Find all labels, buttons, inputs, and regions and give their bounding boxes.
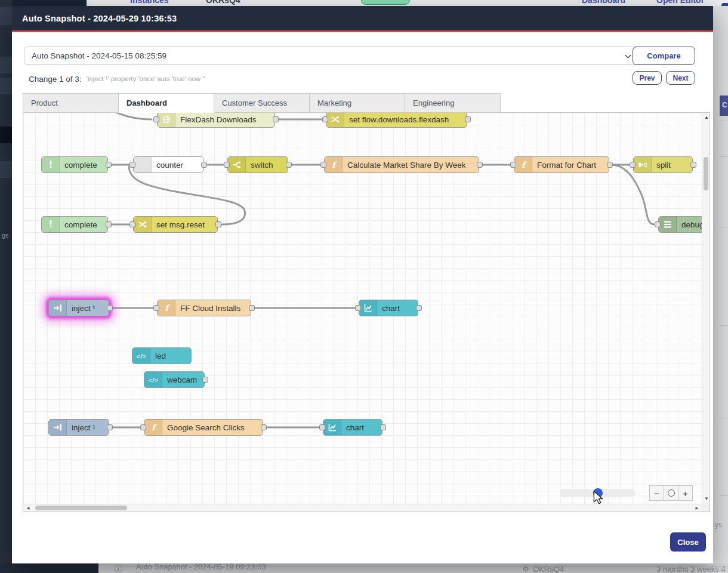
sidebar-item[interactable] [0, 7, 12, 25]
tab-dashboard[interactable]: Dashboard [118, 93, 214, 113]
svg-text:f: f [151, 423, 157, 432]
row-project-name: OKRsQ4 [533, 565, 564, 573]
flow-node-chart1[interactable]: chart [359, 300, 418, 316]
dashboard-button[interactable]: Dashboard [582, 0, 625, 5]
flow-node-label: webcam [162, 372, 204, 387]
flow-node-label: Google Search Clicks [162, 420, 263, 435]
node-input-port[interactable] [153, 116, 159, 122]
sidebar-item-selected[interactable] [0, 127, 12, 143]
nav-logo-area [0, 0, 87, 6]
tab-marketing[interactable]: Marketing [309, 93, 405, 113]
flow-node-complete2[interactable]: !complete [41, 216, 108, 233]
node-input-port[interactable] [129, 221, 135, 227]
flow-node-label: FlexDash Downloads [175, 112, 274, 127]
flow-node-webcam[interactable]: </>webcam [144, 371, 205, 388]
node-input-port[interactable] [510, 162, 516, 168]
scroll-left-icon[interactable]: ◄ [26, 506, 30, 511]
node-output-port[interactable] [477, 162, 483, 168]
node-output-port[interactable] [107, 424, 113, 430]
svg-text:f: f [164, 303, 170, 313]
node-input-port[interactable] [319, 424, 325, 430]
prev-button[interactable]: Prev [633, 71, 662, 85]
vertical-scrollbar-thumb[interactable] [704, 157, 708, 190]
node-input-port[interactable] [322, 116, 328, 122]
open-editor-button[interactable]: Open Editor [656, 0, 704, 5]
node-input-port[interactable] [320, 162, 326, 168]
flow-node-label: complete [60, 217, 107, 232]
sidebar-item[interactable] [0, 161, 12, 178]
node-input-port[interactable] [655, 221, 661, 227]
sidebar-item[interactable] [0, 57, 12, 73]
node-output-port[interactable] [416, 305, 422, 311]
node-output-port[interactable] [465, 116, 471, 122]
flow-node-split[interactable]: split [633, 156, 693, 173]
flow-node-chart2[interactable]: chart [323, 419, 382, 436]
function-icon: f [144, 420, 162, 435]
node-output-port[interactable] [286, 162, 292, 168]
flow-node-inject2[interactable]: inject ¹ [48, 419, 109, 436]
sidebar-item[interactable] [0, 78, 12, 94]
chart-icon [359, 300, 377, 316]
function-icon: f [514, 157, 532, 172]
compare-button[interactable]: Compare [633, 47, 695, 65]
tab-product[interactable]: Product [23, 93, 119, 113]
node-input-port[interactable] [224, 162, 230, 168]
flow-node-label: set flow.downloads.flexdash [344, 112, 467, 127]
svg-text:!: ! [48, 160, 53, 170]
inject-icon [49, 420, 67, 435]
node-output-port[interactable] [261, 424, 267, 430]
flow-node-calc[interactable]: fCalculate Market Share By Week [324, 156, 479, 173]
svg-text:</>: </> [149, 377, 158, 383]
zoom-in-button[interactable]: + [678, 485, 693, 501]
canvas-vertical-scrollbar[interactable]: ▲ ▼ [702, 113, 710, 504]
node-output-port[interactable] [106, 162, 112, 168]
node-output-port[interactable] [380, 424, 386, 430]
flow-node-counter[interactable]: counter [133, 156, 203, 173]
node-input-port[interactable] [630, 162, 636, 168]
scroll-up-icon[interactable]: ▲ [704, 115, 709, 120]
node-output-port[interactable] [202, 377, 208, 383]
zoom-reset-button[interactable] [664, 485, 678, 501]
flow-node-inject1[interactable]: inject ¹ [48, 300, 109, 316]
breadcrumb[interactable]: Instances [130, 0, 169, 5]
flow-canvas[interactable]: FlexDash Downloadsset flow.downloads.fle… [23, 112, 710, 512]
next-button[interactable]: Next [666, 71, 695, 85]
snapshot-compare-dialog: Auto Snapshot - 2024-05-29 10:36:53 Auto… [12, 6, 713, 563]
flow-node-setmsg[interactable]: set msg.reset [133, 216, 218, 233]
flow-node-flexdash[interactable]: FlexDash Downloads [157, 112, 275, 128]
tab-engineering[interactable]: Engineering [405, 93, 501, 113]
page-title: OKRsQ4 [206, 0, 240, 5]
flow-node-google[interactable]: fGoogle Search Clicks [144, 419, 263, 436]
node-input-port[interactable] [355, 305, 361, 311]
flow-node-switch[interactable]: switch [227, 156, 288, 173]
node-output-port[interactable] [106, 221, 112, 227]
snapshot-select[interactable]: Auto Snapshot - 2024-05-15 08:25:59 [24, 47, 640, 65]
node-output-port[interactable] [273, 116, 279, 122]
flow-node-setflow[interactable]: set flow.downloads.flexdash [326, 112, 467, 128]
dialog-title: Auto Snapshot - 2024-05-29 10:36:53 [22, 14, 177, 23]
node-output-port[interactable] [690, 162, 696, 168]
horizontal-scrollbar-thumb[interactable] [35, 506, 127, 510]
scroll-down-icon[interactable]: ▼ [704, 497, 709, 501]
node-output-port[interactable] [215, 221, 221, 227]
node-input-port[interactable] [129, 162, 135, 168]
flow-node-label: FF Cloud Installs [175, 300, 251, 316]
node-output-port[interactable] [249, 305, 255, 311]
zoom-out-button[interactable]: − [649, 485, 664, 501]
node-output-port[interactable] [607, 162, 613, 168]
node-output-port[interactable] [201, 162, 207, 168]
flow-node-format[interactable]: fFormat for Chart [514, 156, 609, 173]
node-input-port[interactable] [140, 424, 146, 430]
chart-icon [323, 420, 341, 435]
flow-node-led[interactable]: </>led [132, 347, 192, 364]
tab-customer-success[interactable]: Customer Success [214, 93, 310, 113]
row-age: 3 months 3 weeks 4 d [656, 565, 728, 573]
flow-node-complete1[interactable]: !complete [41, 156, 108, 173]
node-output-port[interactable] [107, 305, 113, 311]
node-input-port[interactable] [153, 305, 159, 311]
flow-node-label: counter [152, 157, 203, 172]
scroll-right-icon[interactable]: ► [695, 506, 699, 511]
close-button[interactable]: Close [670, 532, 706, 552]
flow-node-ffcloud[interactable]: fFF Cloud Installs [157, 300, 251, 316]
top-navbar: Instances OKRsQ4 Dashboard Open Editor [87, 0, 728, 6]
